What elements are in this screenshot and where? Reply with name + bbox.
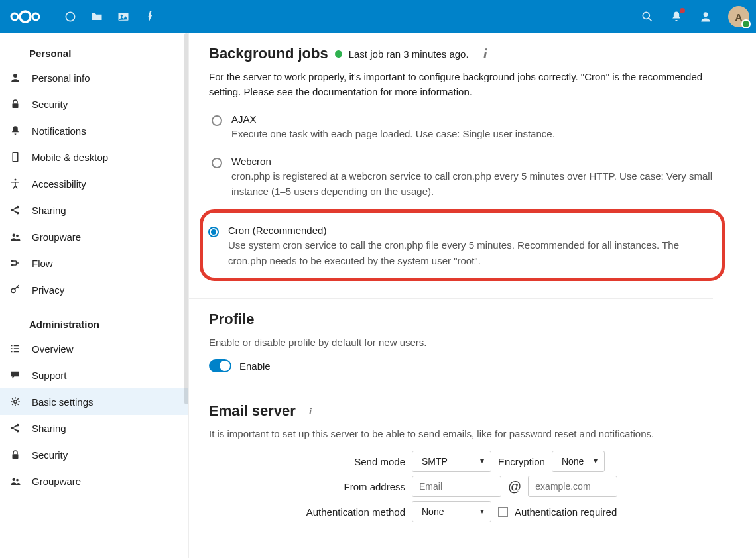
label-encryption: Encryption	[498, 456, 545, 467]
svg-point-2	[32, 13, 39, 20]
sidebar-heading-admin: Administration	[0, 316, 188, 335]
sidebar-item-label: Support	[32, 370, 67, 381]
bell-icon	[9, 125, 21, 137]
svg-point-7	[704, 12, 708, 17]
info-icon[interactable]: i	[483, 45, 487, 62]
radio-label: Cron (Recommended)	[228, 225, 714, 236]
svg-point-3	[66, 12, 74, 21]
accessibility-icon	[9, 178, 21, 190]
sidebar-item-basic-settings[interactable]: Basic settings	[0, 388, 188, 415]
sidebar-item-label: Privacy	[32, 284, 64, 296]
svg-point-1	[20, 11, 31, 22]
profile-title: Profile	[209, 311, 254, 328]
radio-webcron[interactable]: Webcron cron.php is registered at a webc…	[209, 152, 713, 210]
select-auth-method[interactable]: None	[412, 501, 491, 522]
sidebar-item-label: Personal info	[32, 72, 90, 84]
search-icon[interactable]	[641, 10, 654, 23]
select-send-mode[interactable]: SMTP	[412, 451, 491, 472]
radio-icon[interactable]	[212, 158, 222, 168]
dashboard-icon[interactable]	[64, 10, 77, 23]
list-icon	[9, 343, 21, 355]
bgjobs-status: Last job ran 3 minutes ago.	[349, 48, 469, 60]
svg-point-20	[14, 400, 17, 404]
bgjobs-title-text: Background jobs	[209, 45, 328, 62]
group-icon	[9, 475, 21, 487]
sidebar-item-mobile-desktop[interactable]: Mobile & desktop	[0, 144, 188, 170]
sidebar-item-admin-groupware[interactable]: Groupware	[0, 468, 188, 494]
topbar-left	[7, 7, 157, 26]
group-icon	[9, 231, 21, 243]
sidebar-item-support[interactable]: Support	[0, 362, 188, 388]
select-encryption[interactable]: None	[552, 451, 605, 472]
sidebar-item-overview[interactable]: Overview	[0, 335, 188, 362]
label-send-mode: Send mode	[209, 456, 405, 467]
radio-icon[interactable]	[208, 227, 219, 237]
radio-ajax[interactable]: AJAX Execute one task with each page loa…	[209, 109, 713, 152]
input-from-email[interactable]	[412, 476, 501, 497]
input-from-domain[interactable]	[528, 476, 617, 497]
sidebar-item-groupware[interactable]: Groupware	[0, 223, 188, 250]
checkbox-auth-required[interactable]	[498, 507, 508, 517]
radio-icon[interactable]	[212, 115, 222, 126]
phone-icon	[9, 151, 21, 163]
radio-desc: cron.php is registered at a webcron serv…	[231, 168, 713, 199]
sidebar-item-security[interactable]: Security	[0, 91, 188, 117]
topbar-right: A	[641, 6, 749, 27]
lock-icon	[9, 98, 21, 110]
sidebar-item-sharing[interactable]: Sharing	[0, 197, 188, 223]
label-auth-method: Authentication method	[209, 506, 405, 518]
avatar[interactable]: A	[728, 6, 749, 27]
radio-label: AJAX	[231, 113, 555, 125]
sidebar-item-label: Overview	[32, 343, 74, 355]
sidebar-item-label: Groupware	[32, 476, 81, 487]
bgjobs-desc: For the server to work properly, it's im…	[209, 69, 713, 100]
sidebar-item-notifications[interactable]: Notifications	[0, 117, 188, 144]
sidebar-item-privacy[interactable]: Privacy	[0, 276, 188, 303]
section-email-server: Email server i It is important to set up…	[189, 390, 713, 543]
sidebar-item-label: Sharing	[32, 423, 66, 434]
lock-icon	[9, 449, 21, 461]
svg-point-5	[121, 15, 123, 17]
svg-point-8	[13, 74, 17, 78]
notifications-icon[interactable]	[670, 10, 683, 23]
main-content: Background jobs Last job ran 3 minutes a…	[189, 33, 756, 558]
profile-enable-toggle[interactable]	[209, 359, 231, 372]
sidebar-item-admin-security[interactable]: Security	[0, 441, 188, 468]
section-background-jobs: Background jobs Last job ran 3 minutes a…	[189, 33, 713, 299]
profile-desc: Enable or disable profile by default for…	[209, 335, 713, 350]
user-icon	[9, 72, 21, 84]
sidebar-item-label: Sharing	[32, 205, 66, 216]
label-auth-required: Authentication required	[515, 506, 617, 518]
sidebar-heading-personal: Personal	[0, 45, 188, 64]
radio-desc: Use system cron service to call the cron…	[228, 237, 714, 268]
radio-cron[interactable]: Cron (Recommended) Use system cron servi…	[206, 221, 714, 268]
sidebar-item-flow[interactable]: Flow	[0, 250, 188, 276]
sidebar-item-personal-info[interactable]: Personal info	[0, 64, 188, 91]
app-logo[interactable]	[7, 7, 44, 26]
section-profile: Profile Enable or disable profile by def…	[189, 299, 713, 390]
sidebar-item-accessibility[interactable]: Accessibility	[0, 170, 188, 197]
sidebar-item-label: Accessibility	[32, 178, 86, 190]
info-icon[interactable]: i	[309, 406, 312, 417]
sidebar-item-admin-sharing[interactable]: Sharing	[0, 415, 188, 441]
svg-point-16	[16, 235, 19, 237]
sidebar-item-label: Notifications	[32, 125, 86, 137]
activity-icon[interactable]	[143, 10, 157, 23]
contacts-icon[interactable]	[699, 10, 712, 23]
chat-icon	[9, 369, 21, 381]
svg-rect-24	[13, 454, 19, 459]
sidebar-item-label: Groupware	[32, 231, 81, 243]
topbar: A	[0, 0, 756, 33]
email-desc: It is important to set up this server to…	[209, 426, 713, 441]
status-dot-ok-icon	[335, 50, 342, 58]
photos-icon[interactable]	[117, 10, 130, 23]
share-icon	[9, 204, 21, 216]
svg-rect-9	[13, 103, 19, 108]
gear-icon	[9, 396, 21, 408]
share-icon	[9, 422, 21, 434]
files-icon[interactable]	[90, 10, 103, 23]
sidebar-item-label: Security	[32, 99, 68, 110]
sidebar: Personal Personal info Security Notifica…	[0, 33, 189, 558]
svg-point-6	[643, 12, 649, 19]
sidebar-item-label: Flow	[32, 258, 53, 269]
